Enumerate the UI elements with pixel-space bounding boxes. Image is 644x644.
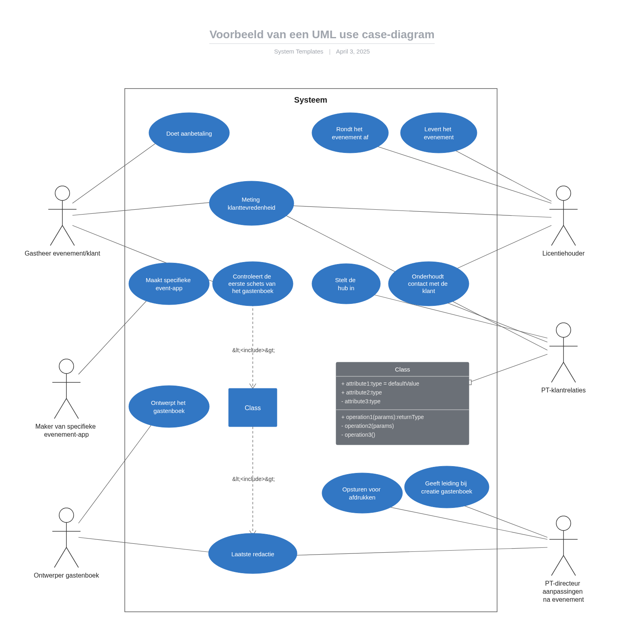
svg-line-45 xyxy=(54,398,66,419)
actor-licentie: Licentiehouder xyxy=(543,186,585,257)
svg-point-48 xyxy=(59,508,74,522)
actor-pt-dir: PT-directeur aanpassingen na evenement xyxy=(543,516,584,603)
conn-ptdir-opsturen xyxy=(370,503,547,539)
svg-text:+ operation1(params):returnTyp: + operation1(params):returnType xyxy=(341,414,424,420)
usecase-leiding: Geeft leiding bij creatie gastenboek xyxy=(405,466,489,508)
svg-point-4 xyxy=(400,113,477,153)
svg-text:Laatste redactie: Laatste redactie xyxy=(231,551,275,557)
svg-line-46 xyxy=(66,398,78,419)
conn-gastheer-aanbetaling xyxy=(72,139,162,203)
conn-ontwerper-redactie xyxy=(78,537,221,553)
svg-text:PT-klantrelaties: PT-klantrelaties xyxy=(541,387,586,394)
actor-maker: Maker van specifieke evenement-app xyxy=(35,359,98,438)
usecase-stelt-hub: Stelt de hub in xyxy=(312,264,380,304)
actor-gastheer: Gastheer evenement/klant xyxy=(25,186,100,257)
conn-ptklant-classbox xyxy=(469,354,547,382)
svg-point-36 xyxy=(55,186,70,200)
svg-line-39 xyxy=(50,225,62,246)
conn-ontwerper-ontwerpt xyxy=(78,415,159,523)
class-details-box: Class + attribute1:type = defaultValue +… xyxy=(336,362,469,445)
svg-point-60 xyxy=(556,323,571,337)
svg-text:Licentiehouder: Licentiehouder xyxy=(543,250,585,257)
conn-licentie-meting xyxy=(282,205,551,217)
svg-line-51 xyxy=(54,547,66,568)
svg-line-63 xyxy=(551,362,564,382)
svg-text:- operation3(): - operation3() xyxy=(341,431,375,438)
include-label-2: &lt;<include>&gt; xyxy=(232,476,275,482)
svg-text:- attribute3:type: - attribute3:type xyxy=(341,398,380,405)
svg-point-16 xyxy=(129,386,209,427)
usecase-ontwerpt: Ontwerpt het gastenboek xyxy=(129,386,209,427)
svg-point-2 xyxy=(312,113,388,153)
svg-line-57 xyxy=(551,225,564,246)
svg-text:- operation2(params): - operation2(params) xyxy=(341,423,394,429)
svg-point-8 xyxy=(129,263,209,305)
svg-line-40 xyxy=(62,225,74,246)
usecase-maakt-app: Maakt specifieke event-app xyxy=(129,263,209,305)
svg-line-58 xyxy=(564,225,576,246)
usecase-opsturen: Opsturen voor afdrukken xyxy=(322,473,402,513)
svg-point-20 xyxy=(322,473,402,513)
usecase-onderhoudt: Onderhoudt contact met de klant xyxy=(388,262,469,306)
conn-licentie-levert xyxy=(445,145,551,201)
svg-line-69 xyxy=(551,555,564,576)
svg-point-66 xyxy=(556,516,571,530)
system-title: Systeem xyxy=(294,95,327,104)
svg-text:+ attribute2:type: + attribute2:type xyxy=(341,389,382,396)
actor-pt-klant: PT-klantrelaties xyxy=(541,323,586,394)
svg-point-6 xyxy=(209,181,294,225)
svg-point-12 xyxy=(312,264,380,304)
svg-text:Maker van specifieke
        e: Maker van specifieke evenement-app xyxy=(35,423,98,438)
system-boundary xyxy=(125,89,497,612)
conn-maker-maaktapp xyxy=(78,294,153,374)
svg-point-22 xyxy=(405,466,489,508)
conn-ptdir-redactie xyxy=(290,547,547,555)
conn-gastheer-meting xyxy=(72,201,223,215)
usecase-doet-aanbetaling: Doet aanbetaling xyxy=(149,113,229,153)
usecase-rondt-af: Rondt het evenement af xyxy=(312,113,388,153)
class-block: Class xyxy=(229,388,277,427)
svg-line-70 xyxy=(564,555,576,576)
svg-point-54 xyxy=(556,186,571,200)
svg-line-52 xyxy=(66,547,78,568)
usecase-redactie: Laatste redactie xyxy=(208,533,297,574)
svg-point-42 xyxy=(59,359,74,374)
actor-ontwerper: Ontwerper gastenboek xyxy=(34,508,99,579)
usecase-levert: Levert het evenement xyxy=(400,113,477,153)
svg-text:PT-directeur
        aanpassin: PT-directeur aanpassingen na evenement xyxy=(543,580,584,603)
include-label-1: &lt;<include>&gt; xyxy=(232,347,275,353)
usecase-meting: Meting klanttevredenheid xyxy=(209,181,294,225)
svg-text:Class: Class xyxy=(395,366,410,373)
svg-text:+ attribute1:type = defaultVal: + attribute1:type = defaultValue xyxy=(341,380,419,387)
svg-line-64 xyxy=(564,362,576,382)
diagram-canvas: Systeem &lt;<i xyxy=(0,0,644,644)
conn-ptklant-onderhoudt xyxy=(435,298,547,342)
usecase-controleert: Controleert de eerste schets van het gas… xyxy=(213,262,293,306)
svg-text:Controleert de
        eerste : Controleert de eerste schets van het gas… xyxy=(228,273,277,294)
svg-text:Doet aanbetaling: Doet aanbetaling xyxy=(166,130,212,137)
svg-text:Class: Class xyxy=(245,405,261,411)
svg-text:Ontwerper gastenboek: Ontwerper gastenboek xyxy=(34,572,99,579)
svg-text:Gastheer evenement/klant: Gastheer evenement/klant xyxy=(25,250,100,257)
